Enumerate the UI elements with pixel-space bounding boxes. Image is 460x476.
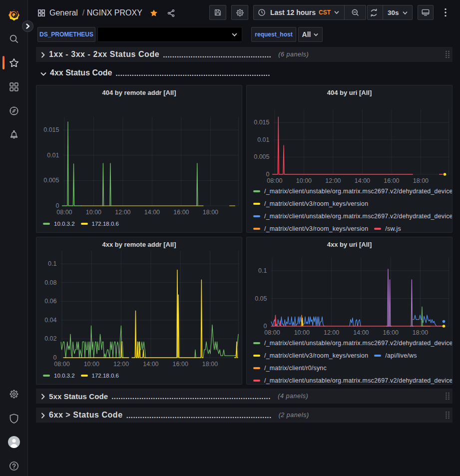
svg-text:08:00: 08:00 <box>54 361 69 368</box>
svg-text:0.06: 0.06 <box>44 298 56 305</box>
svg-text:18:00: 18:00 <box>202 361 218 368</box>
svg-text:0.01: 0.01 <box>47 152 59 159</box>
svg-text:16:00: 16:00 <box>173 209 189 216</box>
svg-text:0.04: 0.04 <box>44 317 56 324</box>
svg-text:14:00: 14:00 <box>355 177 370 184</box>
svg-text:0.005: 0.005 <box>254 153 269 160</box>
svg-text:0.02: 0.02 <box>44 335 56 342</box>
svg-text:18:00: 18:00 <box>203 209 218 216</box>
svg-text:0: 0 <box>266 171 270 178</box>
svg-text:12:00: 12:00 <box>325 177 341 184</box>
svg-text:0.1: 0.1 <box>258 267 267 274</box>
svg-text:10:00: 10:00 <box>296 177 312 184</box>
svg-text:0.015: 0.015 <box>254 119 269 126</box>
svg-text:08:00: 08:00 <box>267 177 282 184</box>
svg-text:10:00: 10:00 <box>86 209 101 216</box>
svg-text:0.1: 0.1 <box>48 260 56 267</box>
svg-text:14:00: 14:00 <box>143 361 158 368</box>
svg-text:18:00: 18:00 <box>413 177 429 184</box>
svg-text:10:00: 10:00 <box>294 329 310 336</box>
svg-text:0: 0 <box>53 354 57 361</box>
svg-text:16:00: 16:00 <box>383 329 399 336</box>
svg-text:0: 0 <box>264 323 267 330</box>
svg-text:0.015: 0.015 <box>43 126 59 133</box>
svg-text:0.08: 0.08 <box>44 279 56 286</box>
svg-text:14:00: 14:00 <box>353 329 369 336</box>
svg-text:0.005: 0.005 <box>43 177 59 184</box>
svg-text:08:00: 08:00 <box>56 209 72 216</box>
svg-text:0.01: 0.01 <box>257 136 269 143</box>
svg-text:12:00: 12:00 <box>324 329 339 336</box>
svg-text:14:00: 14:00 <box>144 209 160 216</box>
svg-text:08:00: 08:00 <box>264 329 280 336</box>
svg-text:16:00: 16:00 <box>173 361 188 368</box>
svg-text:0.05: 0.05 <box>255 295 267 302</box>
svg-text:12:00: 12:00 <box>113 361 129 368</box>
svg-text:16:00: 16:00 <box>384 177 399 184</box>
svg-text:12:00: 12:00 <box>115 209 130 216</box>
svg-text:18:00: 18:00 <box>413 329 428 336</box>
svg-text:0: 0 <box>56 202 59 209</box>
svg-text:10:00: 10:00 <box>84 361 99 368</box>
